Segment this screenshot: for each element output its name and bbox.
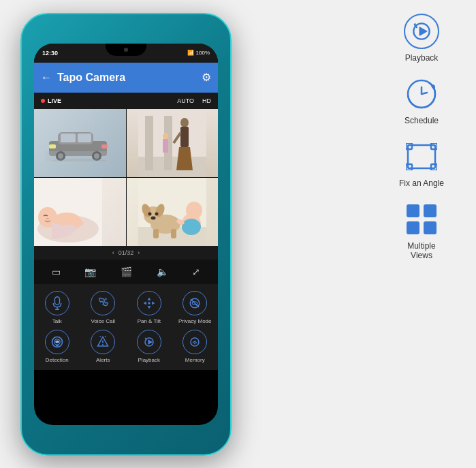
live-indicator: LIVE [41, 97, 61, 104]
playback-feature-icon [404, 14, 439, 49]
camera-cell-4[interactable] [127, 178, 219, 246]
live-bar: LIVE AUTO HD [34, 93, 218, 109]
live-label: LIVE [48, 97, 61, 104]
playback-label: Playback [138, 357, 160, 363]
features-panel: Playback Schedule Fix an [381, 14, 462, 260]
controls-bar: ▭ 📷 🎬 🔈 ⤢ [34, 260, 218, 284]
action-voice-call[interactable]: Voice Call [80, 291, 127, 324]
svg-point-61 [102, 343, 104, 345]
fix-angle-feature-icon [404, 139, 439, 174]
audio-icon[interactable]: 🔈 [157, 266, 168, 277]
privacy-icon [183, 291, 207, 315]
feature-playback[interactable]: Playback [381, 14, 462, 63]
svg-point-41 [182, 219, 201, 235]
svg-point-63 [191, 338, 199, 346]
pan-tilt-label: Pan & Tilt [138, 318, 161, 324]
voice-call-icon [91, 291, 115, 315]
video-icon[interactable]: 🎬 [121, 266, 132, 277]
fullscreen-icon[interactable]: ⤢ [192, 266, 200, 277]
svg-rect-3 [78, 134, 91, 142]
camera-cell-3[interactable] [34, 178, 126, 246]
action-privacy[interactable]: Privacy Mode [172, 291, 219, 324]
fix-angle-feature-label: Fix an Angle [399, 178, 444, 188]
svg-marker-47 [147, 306, 150, 309]
svg-rect-37 [153, 229, 159, 238]
screen-icon[interactable]: ▭ [52, 266, 61, 277]
quick-actions: Talk Voice Call [34, 284, 218, 370]
live-options: AUTO HD [177, 97, 211, 104]
camera-cell-1[interactable] [34, 109, 126, 177]
talk-icon [45, 291, 69, 315]
action-memory[interactable]: Memory [172, 330, 219, 363]
next-arrow[interactable]: › [138, 249, 140, 256]
schedule-feature-icon [404, 76, 439, 112]
action-talk[interactable]: Talk [34, 291, 80, 324]
talk-label: Talk [52, 318, 62, 324]
camera-grid [34, 109, 218, 246]
svg-rect-11 [46, 151, 114, 161]
back-button[interactable]: ← [41, 72, 52, 84]
svg-rect-77 [407, 221, 419, 234]
svg-point-40 [186, 202, 202, 219]
svg-point-20 [163, 133, 168, 140]
camera-cell-2[interactable] [127, 109, 219, 177]
pagination-label: 01/32 [118, 249, 134, 256]
feature-schedule[interactable]: Schedule [381, 76, 462, 125]
notch [106, 44, 146, 56]
live-dot [41, 99, 45, 103]
detection-label: Detection [46, 357, 69, 363]
action-detection[interactable]: ON Detection [34, 330, 80, 363]
svg-rect-57 [56, 345, 58, 347]
svg-rect-14 [145, 116, 153, 170]
svg-point-34 [148, 212, 151, 215]
alerts-icon [91, 330, 115, 354]
action-playback[interactable]: Playback [126, 330, 172, 363]
svg-rect-75 [407, 204, 419, 217]
svg-rect-38 [171, 229, 176, 238]
action-pan-tilt[interactable]: Pan & Tilt [126, 291, 172, 324]
photo-icon[interactable]: 📷 [84, 266, 96, 277]
svg-rect-73 [406, 164, 412, 170]
svg-rect-8 [49, 144, 56, 149]
privacy-label: Privacy Mode [178, 318, 211, 324]
multiple-views-feature-label: MultipleViews [407, 241, 435, 260]
svg-marker-18 [176, 147, 193, 170]
alerts-label: Alerts [96, 357, 110, 363]
svg-point-26 [46, 218, 49, 219]
svg-marker-46 [147, 297, 150, 300]
svg-marker-49 [152, 301, 155, 305]
pan-tilt-icon [137, 291, 161, 315]
hd-label[interactable]: HD [202, 97, 211, 104]
playback-feature-label: Playback [405, 53, 439, 63]
settings-icon[interactable]: ⚙ [202, 71, 211, 84]
svg-rect-72 [431, 143, 437, 149]
voice-call-label: Voice Call [91, 318, 115, 324]
phone-frame: 12:30 📶 100% ← Tapo Camera ⚙ LIVE AUTO H… [20, 13, 232, 456]
svg-text:ON: ON [55, 340, 59, 343]
feature-multiple-views[interactable]: MultipleViews [381, 202, 462, 260]
svg-rect-2 [61, 134, 76, 142]
status-time: 12:30 [42, 50, 58, 57]
baby-image [34, 178, 102, 246]
wifi-icon: 📶 [187, 50, 194, 56]
svg-point-64 [194, 343, 195, 344]
svg-rect-21 [163, 139, 168, 153]
svg-point-50 [148, 302, 150, 304]
action-alerts[interactable]: Alerts [80, 330, 127, 363]
auto-label[interactable]: AUTO [177, 97, 194, 104]
playback-icon-small [137, 330, 161, 354]
svg-point-36 [150, 216, 155, 219]
multiple-views-feature-icon [404, 202, 439, 237]
woman-image [138, 109, 206, 177]
svg-rect-9 [101, 144, 108, 149]
feature-fix-angle[interactable]: Fix an Angle [381, 139, 462, 188]
memory-icon [183, 330, 207, 354]
svg-rect-43 [54, 296, 59, 304]
schedule-feature-label: Schedule [404, 116, 439, 125]
memory-label: Memory [185, 357, 205, 363]
svg-rect-74 [431, 164, 437, 170]
status-indicators: 📶 100% [187, 50, 210, 56]
status-bar: 12:30 📶 100% [34, 44, 218, 63]
detection-icon: ON [45, 330, 69, 354]
prev-arrow[interactable]: ‹ [112, 249, 114, 256]
